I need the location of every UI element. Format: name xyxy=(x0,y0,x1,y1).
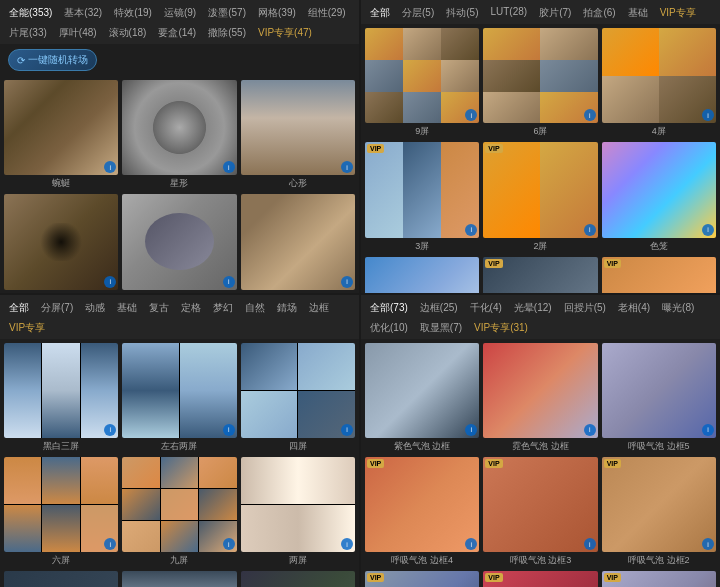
list-item[interactable]: i 画面裁切 xyxy=(122,194,236,292)
tab-all[interactable]: 全部 xyxy=(365,4,395,22)
tab-nature[interactable]: 自然 xyxy=(240,299,270,317)
tab-all[interactable]: 全部(73) xyxy=(365,299,413,317)
tab-border[interactable]: 边框(25) xyxy=(415,299,463,317)
list-item[interactable]: VIP i 呼吸气泡 边框4 xyxy=(365,457,479,567)
tab-all[interactable]: 全部 xyxy=(4,299,34,317)
list-item[interactable]: VIP i 战争 xyxy=(483,257,597,293)
tab-prop[interactable]: 组性(29) xyxy=(303,4,351,22)
list-item[interactable]: VIP i 梦幻 边框 xyxy=(483,571,597,587)
random-icon: ⟳ xyxy=(17,55,25,66)
tab-old[interactable]: 老相(4) xyxy=(613,299,655,317)
tab-effect[interactable]: 特效(19) xyxy=(109,4,157,22)
tab-tail[interactable]: 片尾(33) xyxy=(4,24,52,42)
list-item[interactable]: i 霓色气泡 边框 xyxy=(483,343,597,453)
list-item[interactable]: i 蜿蜒 xyxy=(4,80,118,190)
tab-halo[interactable]: 光晕(12) xyxy=(509,299,557,317)
item-label: 居中擦除 xyxy=(4,292,118,293)
tab-scroll[interactable]: 滚动(18) xyxy=(104,24,152,42)
tab-transform[interactable]: 千化(4) xyxy=(465,299,507,317)
tab-optimize[interactable]: 优化(10) xyxy=(365,319,413,337)
bottom-right-tabs: 全部(73) 边框(25) 千化(4) 光晕(12) 回授片(5) 老相(4) … xyxy=(361,295,720,339)
thumbnail: VIP i xyxy=(483,457,597,552)
thumbnail: i xyxy=(241,571,355,587)
tab-split[interactable]: 分屏(7) xyxy=(36,299,78,317)
tab-scatter[interactable]: 撒除(55) xyxy=(203,24,251,42)
list-item[interactable]: VIP i 呼吸气泡 边框3 xyxy=(483,457,597,567)
item-label: 画面裁切 xyxy=(122,292,236,293)
tab-camera[interactable]: 运镜(9) xyxy=(159,4,201,22)
tab-vip[interactable]: VIP专享(31) xyxy=(469,319,533,337)
list-item[interactable]: i 马赛克 xyxy=(241,571,355,587)
item-label: 画型打开 xyxy=(241,292,355,293)
info-icon: i xyxy=(584,424,596,436)
list-item[interactable]: i 心形 xyxy=(241,80,355,190)
tab-leaf[interactable]: 厚叶(48) xyxy=(54,24,102,42)
tab-box[interactable]: 要盒(14) xyxy=(153,24,201,42)
tab-vip[interactable]: VIP专享 xyxy=(4,319,50,337)
tab-retro[interactable]: 复古 xyxy=(144,299,174,317)
list-item[interactable]: VIP i 3屏 xyxy=(365,142,479,252)
tab-freeze[interactable]: 定格 xyxy=(176,299,206,317)
list-item[interactable]: i 画型打开 xyxy=(241,194,355,292)
list-item[interactable]: i 左右两屏 xyxy=(122,343,236,453)
list-item[interactable]: VIP i 呼吸气泡 边框2 xyxy=(602,457,716,567)
list-item[interactable]: i 4屏 xyxy=(602,28,716,138)
list-item[interactable]: i 黑白三屏 xyxy=(4,343,118,453)
list-item[interactable]: VIP i 簾台 边框 xyxy=(602,571,716,587)
tab-lut[interactable]: LUT(28) xyxy=(485,4,532,22)
tab-vip[interactable]: VIP专享(47) xyxy=(253,24,317,42)
list-item[interactable]: i 九屏 xyxy=(122,457,236,567)
tab-layer[interactable]: 分层(5) xyxy=(397,4,439,22)
tab-basic[interactable]: 基础 xyxy=(112,299,142,317)
tab-display[interactable]: 取显黑(7) xyxy=(415,319,467,337)
thumbnail: VIP i xyxy=(483,142,597,237)
tab-border[interactable]: 边框 xyxy=(304,299,334,317)
vip-badge: VIP xyxy=(367,459,384,468)
list-item[interactable]: i 三屏 xyxy=(4,571,118,587)
list-item[interactable]: VIP i 抖霞风 xyxy=(602,257,716,293)
list-item[interactable]: i 居中擦除 xyxy=(4,194,118,292)
item-label: 左右两屏 xyxy=(122,440,236,453)
list-item[interactable]: i 9屏 xyxy=(365,28,479,138)
list-item[interactable]: i 六屏 xyxy=(4,457,118,567)
tab-retro[interactable]: 回授片(5) xyxy=(559,299,611,317)
thumbnail: i xyxy=(241,194,355,289)
list-item[interactable]: VIP i 2屏 xyxy=(483,142,597,252)
top-right-tabs: 全部 分层(5) 抖动(5) LUT(28) 胶片(7) 拍盒(6) 基础 VI… xyxy=(361,0,720,24)
thumbnail: i xyxy=(4,343,118,438)
tab-all[interactable]: 全能(353) xyxy=(4,4,57,22)
tab-splash[interactable]: 泼墨(57) xyxy=(203,4,251,22)
list-item[interactable]: i 6屏 xyxy=(483,28,597,138)
tab-exposure[interactable]: 曝光(8) xyxy=(657,299,699,317)
tab-base[interactable]: 基础 xyxy=(623,4,653,22)
list-item[interactable]: i 呼吸气泡 边框5 xyxy=(602,343,716,453)
list-item[interactable]: i 色笼 xyxy=(602,142,716,252)
tab-grid[interactable]: 网格(39) xyxy=(253,4,301,22)
vip-badge: VIP xyxy=(485,459,502,468)
vip-badge: VIP xyxy=(367,573,384,582)
list-item[interactable]: i 黑白屏 xyxy=(122,571,236,587)
item-label: 呼吸气泡 边框5 xyxy=(602,440,716,453)
tab-scene[interactable]: 錆场 xyxy=(272,299,302,317)
list-item[interactable]: i 四屏 xyxy=(241,343,355,453)
bottom-right-content: i 紫色气泡 边框 i 霓色气泡 边框 i 呼吸气泡 边框5 xyxy=(361,339,720,588)
tab-film[interactable]: 胶片(7) xyxy=(534,4,576,22)
list-item[interactable]: i 紫色气泡 边框 xyxy=(365,343,479,453)
tab-basic[interactable]: 基本(32) xyxy=(59,4,107,22)
tab-dream[interactable]: 梦幻 xyxy=(208,299,238,317)
tab-photo[interactable]: 拍盒(6) xyxy=(578,4,620,22)
list-item[interactable]: VIP i 呼吸气泡 边框1 xyxy=(365,571,479,587)
list-item[interactable]: i 两屏 xyxy=(241,457,355,567)
bottom-right-grid: i 紫色气泡 边框 i 霓色气泡 边框 i 呼吸气泡 边框5 xyxy=(365,343,716,588)
tab-shake[interactable]: 抖动(5) xyxy=(441,4,483,22)
list-item[interactable]: i 星形 xyxy=(122,80,236,190)
list-item[interactable]: i 水波 xyxy=(365,257,479,293)
random-transition-btn[interactable]: ⟳ 一键随机转场 xyxy=(8,49,97,71)
vip-badge: VIP xyxy=(485,259,502,268)
thumbnail: i xyxy=(4,571,118,587)
info-icon: i xyxy=(104,276,116,288)
tab-vip[interactable]: VIP专享 xyxy=(655,4,701,22)
info-icon: i xyxy=(341,276,353,288)
tab-dynamic[interactable]: 动感 xyxy=(80,299,110,317)
thumbnail: i xyxy=(365,257,479,293)
